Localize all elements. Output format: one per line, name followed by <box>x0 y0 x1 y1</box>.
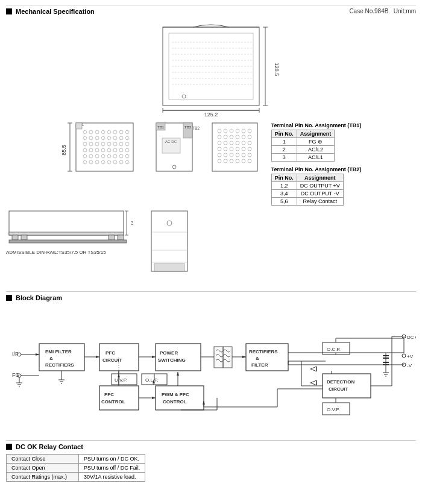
svg-text:FILTER: FILTER <box>251 362 268 368</box>
dcok-row-label: Contact Ratings (max.) <box>7 473 79 482</box>
svg-rect-122 <box>9 211 124 235</box>
dcok-row-value: PSU turns off / DC Fail. <box>79 464 145 473</box>
svg-point-65 <box>125 154 129 158</box>
svg-text:O.V.P.: O.V.P. <box>327 407 340 412</box>
svg-rect-187 <box>323 374 371 398</box>
svg-point-43 <box>89 142 93 146</box>
svg-text:O.L.P.: O.L.P. <box>145 377 159 383</box>
dcok-table: Contact Close PSU turns on / DC OK. Cont… <box>6 454 145 482</box>
svg-point-12 <box>182 95 186 98</box>
tb1-table: Pin No. Assignment 1FG ⊕ 2AC/L2 3AC/L1 <box>271 130 335 162</box>
svg-point-83 <box>172 165 176 169</box>
table-row: 1FG ⊕ <box>271 138 335 146</box>
svg-text:-V: -V <box>407 363 412 368</box>
svg-point-115 <box>248 153 251 157</box>
svg-text:&: & <box>49 356 53 361</box>
svg-rect-138 <box>154 263 184 271</box>
svg-text:U.V.P.: U.V.P. <box>115 377 127 383</box>
svg-text:85.5: 85.5 <box>61 145 67 156</box>
svg-point-102 <box>242 141 245 145</box>
dcok-row-value: 30V/1A resistive load. <box>79 473 145 482</box>
svg-point-90 <box>242 129 245 133</box>
svg-point-94 <box>230 135 233 139</box>
din-rail-drawing: 35 <box>6 208 133 247</box>
svg-point-46 <box>107 142 111 146</box>
svg-point-66 <box>83 160 87 164</box>
tb1-title: Terminal Pin No. Assignment (TB1) <box>271 122 362 128</box>
block-diagram-svg: I/P FG EMI FILTER & RECTIFIERS PFC CIRCU… <box>6 307 416 434</box>
table-row: Contact Close PSU turns on / DC OK. <box>7 455 145 464</box>
svg-point-30 <box>107 130 111 134</box>
svg-text:125.2: 125.2 <box>204 112 218 118</box>
svg-point-26 <box>83 130 87 134</box>
svg-point-104 <box>218 147 221 151</box>
table-row: 1,2DC OUTPUT +V <box>271 182 343 190</box>
svg-point-52 <box>95 148 99 152</box>
svg-text:EMI FILTER: EMI FILTER <box>45 349 72 354</box>
dcok-row-value: PSU turns on / DC OK. <box>79 455 145 464</box>
svg-point-134 <box>167 221 172 225</box>
svg-point-112 <box>230 153 233 157</box>
svg-point-28 <box>95 130 99 134</box>
right-view-drawing <box>206 120 266 180</box>
svg-rect-75 <box>76 123 82 129</box>
svg-point-96 <box>242 135 245 139</box>
svg-point-108 <box>242 147 245 151</box>
svg-point-119 <box>236 159 239 163</box>
svg-point-29 <box>101 130 105 134</box>
svg-rect-212 <box>99 386 139 410</box>
svg-point-38 <box>107 136 111 140</box>
svg-point-106 <box>230 147 233 151</box>
svg-point-120 <box>242 159 245 163</box>
svg-point-53 <box>101 148 105 152</box>
svg-point-48 <box>119 142 123 146</box>
svg-text:O.C.P.: O.C.P. <box>327 347 341 352</box>
svg-point-113 <box>236 153 239 157</box>
svg-point-33 <box>125 130 129 134</box>
svg-point-69 <box>101 160 105 164</box>
svg-point-44 <box>95 142 99 146</box>
svg-point-73 <box>125 160 129 164</box>
tb2-title: Terminal Pin No. Assignment (TB2) <box>271 166 362 172</box>
svg-point-86 <box>218 129 221 133</box>
svg-rect-125 <box>21 235 27 240</box>
table-row: Contact Ratings (max.) 30V/1A resistive … <box>7 473 145 482</box>
svg-point-56 <box>119 148 123 152</box>
svg-text:SWITCHING: SWITCHING <box>158 358 186 363</box>
svg-text:CONTROL: CONTROL <box>163 399 187 405</box>
svg-text:AC-DC: AC-DC <box>165 140 177 143</box>
block-diagram-header: Block Diagram <box>6 294 416 301</box>
svg-point-110 <box>218 153 221 157</box>
svg-point-47 <box>113 142 117 146</box>
svg-point-103 <box>248 141 251 145</box>
svg-point-93 <box>224 135 227 139</box>
svg-text:TB1: TB1 <box>157 125 165 129</box>
dcok-row-label: Contact Open <box>7 464 79 473</box>
svg-point-50 <box>83 148 87 152</box>
svg-text:35: 35 <box>131 220 133 226</box>
svg-rect-123 <box>9 232 124 235</box>
svg-point-67 <box>89 160 93 164</box>
mechanical-spec-section: Mechanical Specification Case No.984B Un… <box>6 5 416 286</box>
din-rail-label: ADMISSIBLE DIN-RAIL:TS35/7.5 OR TS35/15 <box>6 250 133 255</box>
svg-point-63 <box>113 154 117 158</box>
svg-text:128.5: 128.5 <box>274 63 280 77</box>
svg-point-105 <box>224 147 227 151</box>
svg-point-57 <box>125 148 129 152</box>
svg-point-109 <box>248 147 251 151</box>
svg-point-37 <box>101 136 105 140</box>
svg-point-51 <box>89 148 93 152</box>
svg-text:DETECTION: DETECTION <box>327 379 354 385</box>
svg-point-35 <box>89 136 93 140</box>
header-square-icon <box>6 8 12 14</box>
svg-point-117 <box>224 159 227 163</box>
svg-point-60 <box>95 154 99 158</box>
svg-point-100 <box>230 141 233 145</box>
tb2-header-assign: Assignment <box>297 174 343 182</box>
mech-spec-title: Mechanical Specification <box>16 8 95 15</box>
table-row: 5,6Relay Contact <box>271 198 343 206</box>
svg-text:RECTIFIERS: RECTIFIERS <box>45 362 74 368</box>
tb1-header-assign: Assignment <box>297 130 335 138</box>
side-profile-drawing <box>142 208 203 286</box>
svg-rect-128 <box>9 240 127 243</box>
